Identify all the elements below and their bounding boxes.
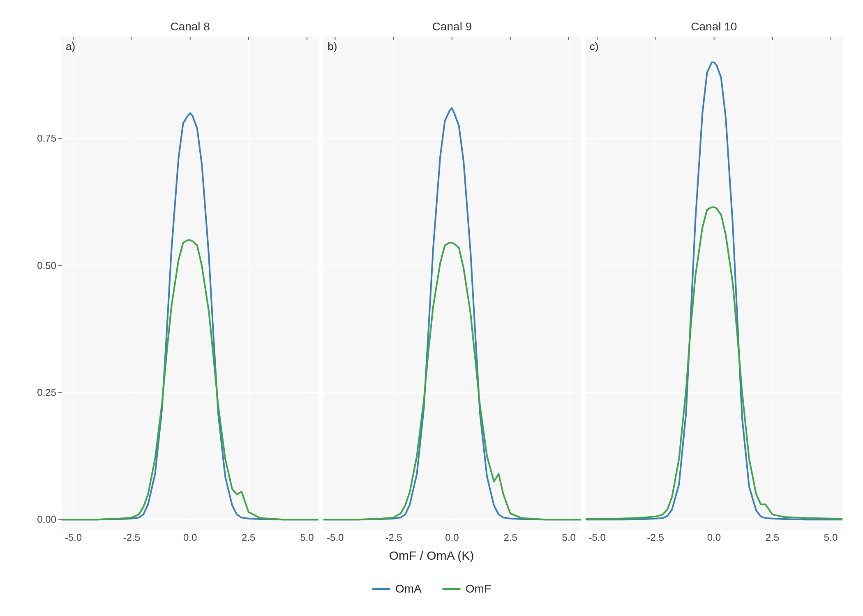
x-tick-label: 0.0 xyxy=(183,532,197,543)
y-axis-ticks: 0.000.250.500.75 xyxy=(37,37,60,530)
x-axis-label: OmF / OmA (K) xyxy=(389,549,474,563)
x-tick-label: 2.5 xyxy=(766,532,779,543)
panel: Canal 10c)-5.0-2.50.02.55.0 xyxy=(586,21,842,530)
x-tick-label: 5.0 xyxy=(824,532,838,543)
panel-letter: c) xyxy=(590,40,599,53)
panels-row: Canal 8a)-5.0-2.50.02.55.0Canal 9b)-5.0-… xyxy=(62,21,842,530)
panel-title: Canal 10 xyxy=(586,21,842,37)
plot-area: b)-5.0-2.50.02.55.0 xyxy=(323,37,580,530)
x-tick-label: 2.5 xyxy=(242,532,255,543)
x-axis-ticks: -5.0-2.50.02.55.0 xyxy=(62,532,318,544)
plot-svg xyxy=(586,37,842,530)
plot-svg xyxy=(62,37,318,530)
x-tick-label: 2.5 xyxy=(503,532,517,543)
y-tick-label: 0.75 xyxy=(34,133,56,144)
x-tick-label: -5.0 xyxy=(588,532,605,543)
y-tick-marks xyxy=(58,37,62,530)
legend-swatch-oma xyxy=(372,588,390,590)
x-tick-marks xyxy=(323,37,580,40)
x-axis-ticks: -5.0-2.50.02.55.0 xyxy=(323,532,580,544)
x-axis-ticks: -5.0-2.50.02.55.0 xyxy=(586,532,842,544)
x-tick-label: 5.0 xyxy=(562,532,576,543)
panel: Canal 9b)-5.0-2.50.02.55.0 xyxy=(323,21,580,530)
legend-item-oma: OmA xyxy=(372,582,422,595)
x-tick-label: -5.0 xyxy=(65,532,82,543)
panel-title: Canal 9 xyxy=(323,21,580,37)
legend: OmA OmF xyxy=(372,582,491,595)
plot-area: c)-5.0-2.50.02.55.0 xyxy=(586,37,842,530)
plot-svg xyxy=(323,37,580,530)
legend-label-oma: OmA xyxy=(395,582,422,595)
y-tick-label: 0.00 xyxy=(34,514,56,525)
y-tick-label: 0.25 xyxy=(34,387,56,398)
plot-area: a)-5.0-2.50.02.55.0 xyxy=(62,37,318,530)
x-tick-label: -2.5 xyxy=(123,532,140,543)
x-tick-label: 0.0 xyxy=(445,532,459,543)
panel: Canal 8a)-5.0-2.50.02.55.0 xyxy=(62,21,318,530)
y-tick-label: 0.50 xyxy=(34,260,56,271)
x-tick-marks xyxy=(586,37,842,40)
x-tick-label: -2.5 xyxy=(647,532,664,543)
legend-label-omf: OmF xyxy=(466,582,491,595)
x-tick-label: 5.0 xyxy=(300,532,314,543)
panel-letter: b) xyxy=(328,40,337,53)
legend-swatch-omf xyxy=(442,588,461,590)
x-tick-label: 0.0 xyxy=(707,532,721,543)
legend-item-omf: OmF xyxy=(442,582,491,595)
panel-letter: a) xyxy=(66,40,75,53)
chart-container: Densidad de probabilidad OmF / OmA (K) 0… xyxy=(12,12,851,604)
x-tick-marks xyxy=(62,37,318,40)
x-tick-label: -5.0 xyxy=(327,532,344,543)
x-tick-label: -2.5 xyxy=(385,532,402,543)
panel-title: Canal 8 xyxy=(62,21,318,37)
